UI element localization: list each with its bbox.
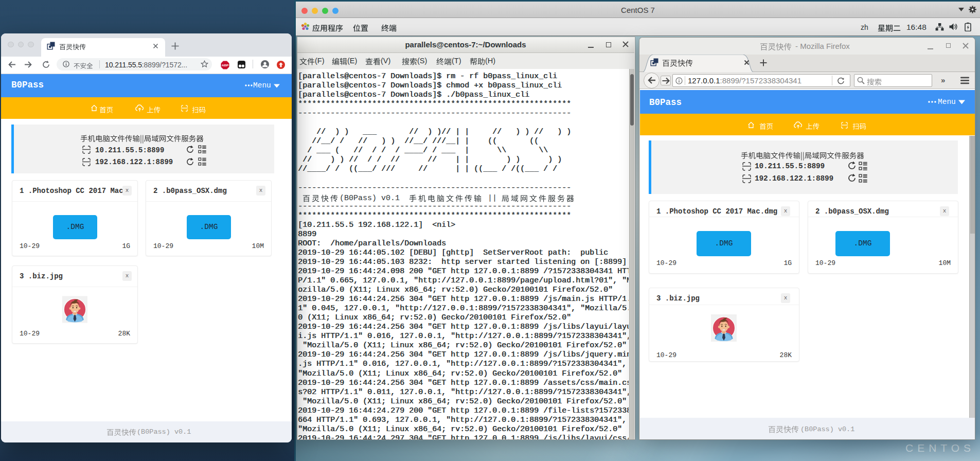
svg-text:ABP: ABP <box>222 63 228 67</box>
